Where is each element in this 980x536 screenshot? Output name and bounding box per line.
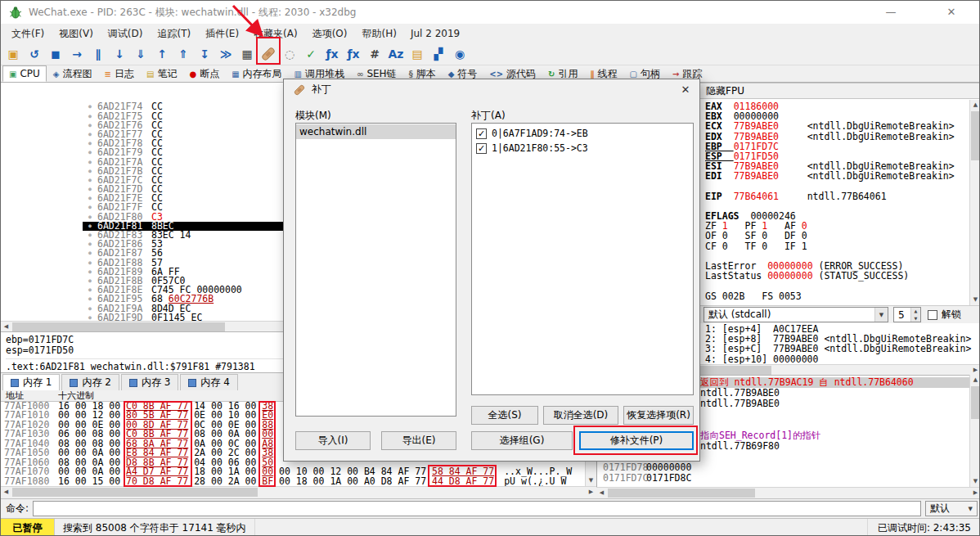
scroll-right-icon[interactable]: ▶ — [970, 488, 980, 498]
stack-vscrollbar[interactable]: ▲ ▼ — [969, 375, 980, 487]
import-button[interactable]: 导入(I) — [295, 431, 371, 450]
disasm-gutter — [1, 213, 83, 222]
pause-icon[interactable]: ∥ — [89, 44, 107, 64]
scroll-left-icon[interactable]: ◀ — [596, 488, 607, 498]
module-list[interactable]: wechatwin.dll — [295, 123, 456, 417]
scroll-thumb[interactable] — [12, 488, 258, 497]
register-line[interactable]: LastStatus 00000000 (STATUS_SUCCESS) — [705, 271, 980, 281]
scroll-down-icon[interactable]: ▼ — [970, 476, 980, 487]
dialog-close-icon[interactable]: ✕ — [672, 80, 699, 99]
scroll-down-icon[interactable]: ▼ — [970, 295, 980, 305]
comment-icon[interactable]: ◌ — [281, 44, 299, 64]
dump-tab-label: 内存 3 — [142, 376, 170, 390]
dump-hscrollbar[interactable]: ◀ ▶ — [1, 486, 596, 497]
check-shield-icon[interactable]: ✓ — [302, 44, 320, 64]
menu-item[interactable]: 视图(V) — [52, 25, 101, 43]
patch-item[interactable]: ✓1|6AD21F80:55->C3 — [474, 141, 693, 155]
dump-tab[interactable]: 内存 1 — [2, 374, 60, 390]
command-profile-dropdown[interactable]: 默认 ▼ — [925, 501, 978, 516]
register-line[interactable]: CF 0 TF 0 IF 1 — [705, 241, 980, 251]
notes-icon[interactable]: ▤ — [408, 44, 426, 64]
stepper-up-icon[interactable]: ▲ — [911, 308, 920, 315]
trace-icon[interactable]: ≫ — [217, 44, 235, 64]
breakpoint-dot-icon: ● — [83, 185, 97, 194]
menu-item[interactable]: 追踪(T) — [150, 25, 198, 43]
stack-value: 0171FD8C — [646, 473, 697, 484]
scroll-thumb[interactable] — [12, 322, 225, 331]
tab-CPU[interactable]: ▣CPU — [2, 65, 47, 82]
menu-item[interactable]: 帮助(H) — [355, 25, 404, 43]
menu-item[interactable]: 选项(O) — [305, 25, 355, 43]
run-to-user-code-icon[interactable]: ↧ — [196, 44, 214, 64]
scroll-up-icon[interactable]: ▲ — [970, 100, 980, 110]
select-group-button[interactable]: 选择组(G) — [471, 431, 573, 450]
checkbox-icon[interactable] — [928, 310, 937, 320]
argument-line[interactable]: 3: [esp+C] 77B9ABE0 <ntdll.DbgUiRemoteBr… — [705, 344, 980, 354]
stack-hscrollbar[interactable]: ◀ ▶ — [596, 487, 980, 498]
dump-tab[interactable]: 内存 4 — [180, 374, 237, 390]
chevron-down-icon[interactable]: ▼ — [874, 308, 888, 322]
tab-内存布局[interactable]: ▦内存布局 — [226, 65, 287, 82]
step-into-icon[interactable]: ↓ — [110, 44, 128, 64]
hash-icon[interactable]: # — [366, 44, 384, 64]
stop-icon[interactable]: ◼ — [47, 44, 65, 64]
dump-tab[interactable]: 内存 3 — [121, 374, 178, 390]
patch-item[interactable]: ✓0|6A7F1AD9:74->EB — [474, 126, 693, 141]
menu-item[interactable]: 插件(E) — [198, 25, 246, 43]
patch-file-button[interactable]: 修补文件(P) — [579, 431, 694, 450]
command-input[interactable] — [33, 501, 921, 516]
patch-icon[interactable] — [259, 44, 277, 64]
menu-item[interactable]: 调试(D) — [101, 25, 151, 43]
scroll-thumb[interactable] — [608, 489, 755, 498]
argument-line[interactable]: 4: [esp+10] 00000000 — [705, 354, 980, 364]
patch-checkbox[interactable]: ✓ — [476, 143, 487, 154]
open-file-icon[interactable]: ▣ — [4, 44, 22, 64]
stepper-arrows-icon[interactable]: ▲ ▼ — [910, 308, 920, 322]
menu-item[interactable]: 收藏夹(A) — [246, 25, 305, 43]
fx2-icon[interactable]: ƒx — [344, 44, 362, 64]
globe-icon[interactable]: ◉ — [451, 44, 469, 64]
restore-selection-button[interactable]: 恢复选择项(R) — [623, 406, 694, 425]
register-line[interactable]: EDI 77B9ABE0 <ntdll.DbgUiRemoteBreakin> — [705, 171, 980, 181]
registers-vscrollbar[interactable]: ▲ ▼ — [969, 100, 980, 305]
register-line[interactable]: EIP 77B64061 ntdll.77B64061 — [705, 191, 980, 201]
scroll-thumb[interactable] — [971, 386, 980, 419]
tab-断点[interactable]: ●断点 — [183, 65, 225, 82]
tab-流程图[interactable]: ◈流程图 — [47, 65, 98, 82]
calling-convention-select[interactable]: 默认 (stdcall) ▼ — [704, 307, 888, 322]
patch-list[interactable]: ✓0|6A7F1AD9:74->EB✓1|6AD21F80:55->C3 — [471, 123, 694, 395]
args-depth-stepper[interactable]: 5 ▲ ▼ — [893, 307, 921, 322]
scroll-down-icon[interactable]: ▼ — [586, 475, 596, 486]
register-line[interactable]: GS 002B FS 0053 — [705, 291, 980, 301]
breakpoint-dot-icon: ● — [83, 249, 97, 258]
stack-row[interactable]: 0171FD7C0171FD8C — [597, 473, 980, 484]
run-icon[interactable]: → — [68, 44, 86, 64]
dialog-title-bar[interactable]: 补丁 ✕ — [284, 79, 699, 100]
export-button[interactable]: 导出(E) — [381, 431, 456, 450]
scroll-thumb[interactable] — [971, 111, 980, 160]
restart-icon[interactable]: ↺ — [25, 44, 43, 64]
close-button[interactable]: ✕ — [933, 1, 969, 24]
scroll-up-icon[interactable]: ▲ — [970, 375, 980, 385]
windows-icon[interactable]: ▞ — [429, 44, 447, 64]
unlock-checkbox[interactable]: 解锁 — [928, 308, 961, 322]
dump-tab[interactable]: 内存 2 — [61, 374, 119, 390]
module-item[interactable]: wechatwin.dll — [296, 124, 456, 139]
deselect-all-button[interactable]: 取消全选(D) — [543, 406, 618, 425]
az-icon[interactable]: Az — [387, 44, 405, 64]
stepper-down-icon[interactable]: ▼ — [911, 315, 920, 322]
step-out-icon[interactable]: ⇑ — [174, 44, 192, 64]
fx-icon[interactable]: ƒx — [323, 44, 341, 64]
step-over-icon[interactable]: ⇓ — [132, 44, 150, 64]
scroll-left-icon[interactable]: ◀ — [1, 487, 11, 498]
tab-日志[interactable]: ≡日志 — [99, 65, 140, 82]
execute-till-return-icon[interactable]: ↑ — [153, 44, 171, 64]
minimize-button[interactable]: — — [873, 1, 909, 24]
tab-笔记[interactable]: ▤笔记 — [141, 65, 182, 82]
breakpoints-icon[interactable]: ▦ — [238, 44, 256, 64]
patch-checkbox[interactable]: ✓ — [476, 128, 487, 139]
dump-row[interactable]: 77AF108016 00 15 00 70 D8 AF 77 28 00 2A… — [1, 477, 596, 486]
scroll-right-icon[interactable]: ▶ — [586, 487, 596, 498]
select-all-button[interactable]: 全选(S) — [471, 406, 538, 425]
menu-item[interactable]: 文件(F) — [4, 25, 52, 43]
